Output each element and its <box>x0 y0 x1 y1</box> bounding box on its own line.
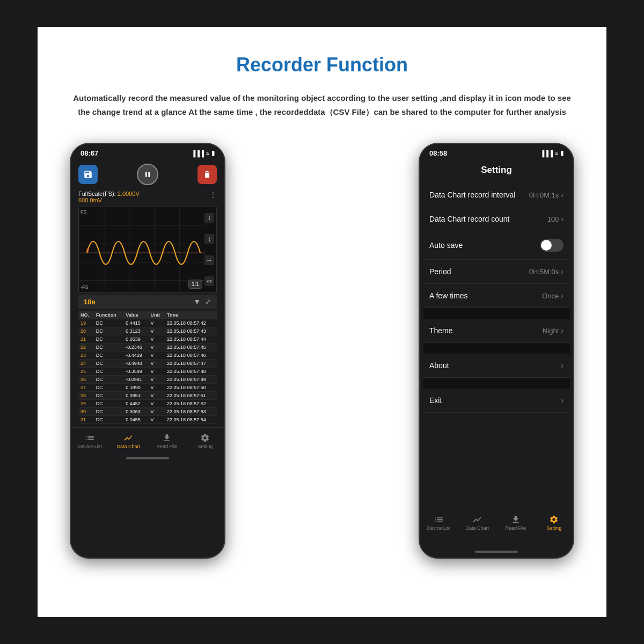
chevron-right-icon: › <box>561 361 564 370</box>
setting-icon <box>200 433 210 443</box>
nav-setting[interactable]: Setting <box>186 433 225 449</box>
settings-value-text: Once <box>542 292 559 300</box>
table-cell: 30 <box>78 408 94 416</box>
settings-item[interactable]: Exit› <box>423 389 570 413</box>
right-nav-setting[interactable]: Setting <box>535 515 574 531</box>
delete-button[interactable] <box>197 165 217 184</box>
right-nav-data-chart[interactable]: Data Chart <box>458 515 497 531</box>
table-cell: 24 <box>78 360 94 368</box>
settings-item[interactable]: Period0H:5M:0s› <box>423 260 570 284</box>
table-cell: DC <box>94 392 123 400</box>
table-cell: -0.4429 <box>123 352 148 360</box>
chevron-right-icon: › <box>561 191 564 199</box>
nav-data-chart[interactable]: Data Chart <box>109 433 148 449</box>
left-home-bar <box>71 452 224 464</box>
table-cell: 0.3951 <box>123 392 148 400</box>
right-nav-read-file[interactable]: Read File <box>496 515 535 531</box>
table-cell: V <box>148 335 165 343</box>
table-row: 27DC0.1890V22.05.18 08:57:50 <box>78 384 217 392</box>
dropdown-icon[interactable]: ▼ <box>193 297 201 306</box>
right-nav-data-chart-label: Data Chart <box>465 525 489 531</box>
nav-setting-label: Setting <box>197 444 213 449</box>
settings-item[interactable]: Data Chart record count100› <box>423 207 570 231</box>
scale-button[interactable]: 1:1 <box>188 280 202 289</box>
table-row: 22DC-0.2346V22.05.18 08:57:45 <box>78 343 217 352</box>
table-cell: 0.4452 <box>123 400 148 408</box>
nav-read-file[interactable]: Read File <box>148 433 186 449</box>
col-function: Function <box>94 311 123 319</box>
channel-icons: ▼ ⤢ <box>193 297 211 306</box>
zoom-h2-button[interactable]: ⇔ <box>204 276 214 286</box>
settings-item[interactable]: A few timesOnce› <box>423 284 570 308</box>
table-row: 19DC0.4415V22.05.18 08:57:42 <box>78 319 217 327</box>
col-time: Time <box>165 311 217 319</box>
settings-item-label: A few times <box>429 291 468 300</box>
table-cell: 23 <box>78 352 94 360</box>
right-wifi-icon: ≈ <box>555 150 558 157</box>
nav-device-list-label: Device List <box>78 444 102 449</box>
table-cell: 20 <box>78 327 94 335</box>
zoom-in-v2-button[interactable]: ↨ <box>204 234 214 244</box>
zoom-in-v-button[interactable]: ↕ <box>204 213 214 223</box>
table-cell: DC <box>94 368 123 376</box>
table-cell: DC <box>94 408 123 416</box>
table-cell: V <box>148 392 165 400</box>
settings-item-label: Data Chart record count <box>429 215 509 223</box>
settings-item-value: 0H:0M:1s› <box>529 191 564 199</box>
settings-item-value: › <box>561 396 564 405</box>
table-row: 30DC0.3063V22.05.18 08:57:53 <box>78 408 217 416</box>
right-status-icons: ▐▐▐ ≈ ▮ <box>540 150 564 157</box>
table-cell: -0.4948 <box>123 360 148 368</box>
data-table: NO. Function Value Unit Time 19DC0.4415V… <box>78 311 217 424</box>
col-value: Value <box>123 311 148 319</box>
table-cell: 22.05.18 08:57:46 <box>165 352 217 360</box>
page-title: Recorder Function <box>70 54 574 76</box>
table-row: 21DC0.0539V22.05.18 08:57:44 <box>78 335 217 343</box>
zero-label: 0 <box>86 247 90 253</box>
table-row: 25DC-0.3589V22.05.18 08:57:48 <box>78 368 217 376</box>
toggle-knob <box>541 240 552 251</box>
col-no: NO. <box>78 311 94 319</box>
settings-item-value: Night› <box>543 326 564 335</box>
right-nav-device-list[interactable]: Device List <box>420 515 458 531</box>
chevron-right-icon: › <box>561 326 564 335</box>
save-button[interactable] <box>78 165 98 184</box>
nav-device-list[interactable]: Device List <box>71 433 109 449</box>
left-phone: 08:67 ▐▐▐ ≈ ▮ <box>70 143 225 559</box>
page-container: Recorder Function Automatically record t… <box>38 27 606 617</box>
settings-item[interactable]: ThemeNight› <box>423 319 570 343</box>
settings-item-value: Once› <box>542 291 564 300</box>
table-cell: DC <box>94 352 123 360</box>
full-scale-value: 2.0000V <box>118 191 140 197</box>
table-cell: 22.05.18 08:57:50 <box>165 384 217 392</box>
settings-item[interactable]: Auto save <box>423 231 570 260</box>
pause-button[interactable] <box>137 164 158 185</box>
data-chart-icon <box>123 433 133 443</box>
table-cell: V <box>148 327 165 335</box>
right-phone-nav: Device List Data Chart Read File Setting <box>420 509 573 534</box>
chart-menu-icon[interactable]: ⋮ <box>209 191 217 199</box>
auto-save-toggle[interactable] <box>540 239 564 252</box>
device-list-icon <box>85 433 95 443</box>
table-cell: DC <box>94 327 123 335</box>
expand-icon[interactable]: ⤢ <box>205 297 211 306</box>
left-status-icons: ▐▐▐ ≈ ▮ <box>192 150 215 157</box>
table-row: 26DC-0.0991V22.05.18 08:57:49 <box>78 376 217 384</box>
zoom-h-button[interactable]: ↔ <box>204 255 214 265</box>
chevron-right-icon: › <box>561 291 564 300</box>
table-cell: 25 <box>78 368 94 376</box>
settings-item[interactable]: Data Chart record interval0H:0M:1s› <box>423 183 570 207</box>
table-cell: 22 <box>78 343 94 352</box>
settings-item[interactable]: About› <box>423 354 570 378</box>
home-indicator <box>126 457 169 459</box>
table-cell: 22.05.18 08:57:47 <box>165 360 217 368</box>
table-cell: V <box>148 368 165 376</box>
table-cell: V <box>148 352 165 360</box>
table-cell: DC <box>94 343 123 352</box>
right-time: 08:58 <box>429 149 447 157</box>
table-cell: 22.05.18 08:57:45 <box>165 343 217 352</box>
table-cell: -0.0991 <box>123 376 148 384</box>
table-cell: 28 <box>78 392 94 400</box>
table-cell: 0.1890 <box>123 384 148 392</box>
settings-list: Data Chart record interval0H:0M:1s›Data … <box>420 183 573 413</box>
